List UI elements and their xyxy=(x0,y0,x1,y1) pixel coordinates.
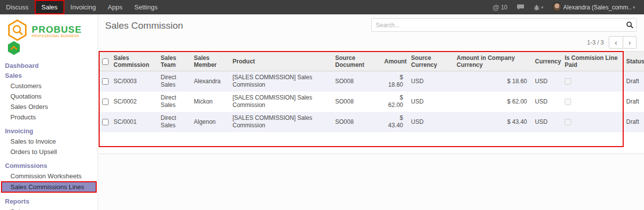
cell-status: Draft xyxy=(622,112,644,132)
user-menu[interactable]: Alexandra (Sales_comm.. ▾ xyxy=(549,2,638,12)
table-row[interactable]: SC/0003 Direct Sales Alexandra [SALES CO… xyxy=(98,71,644,92)
commission-lines-table: Sales Commission Sales Team Sales Member… xyxy=(98,51,644,132)
cell-amount-company: $ 62.00 xyxy=(453,92,531,112)
pager-range: 1-3 / 3 xyxy=(587,39,604,46)
cell-status: Draft xyxy=(622,92,644,112)
pager: 1-3 / 3 ‹ › xyxy=(587,36,637,49)
cell-team: Direct Sales xyxy=(157,112,190,132)
sidebar-item-commission-worksheets[interactable]: Commission Worksheets xyxy=(0,171,98,181)
col-sales-team[interactable]: Sales Team xyxy=(157,52,190,71)
debug-menu-button[interactable]: ▾ xyxy=(530,4,547,10)
logo-text: PROBUSE PROFESSIONAL BUSINESS xyxy=(32,18,82,38)
top-navbar: Discuss Sales Invoicing Apps Settings @ … xyxy=(0,0,644,14)
menu-settings[interactable]: Settings xyxy=(128,0,164,14)
bug-icon xyxy=(533,4,540,10)
cell-source-currency: USD xyxy=(407,112,453,132)
cell-amount-company: $ 43.40 xyxy=(453,112,531,132)
col-source-document[interactable]: Source Document xyxy=(331,52,380,71)
cell-source-currency: USD xyxy=(407,71,453,92)
cell-amount: $ 62.00 xyxy=(380,92,407,112)
paid-checkbox xyxy=(565,78,571,85)
sidebar-section-sales[interactable]: Sales xyxy=(0,71,98,81)
cell-source-document: SO008 xyxy=(331,112,380,132)
cell-commission: SC/0002 xyxy=(110,92,157,112)
menu-sales[interactable]: Sales xyxy=(35,0,65,14)
user-avatar xyxy=(552,2,562,12)
pager-next-button[interactable]: › xyxy=(623,37,636,48)
col-sales-member[interactable]: Sales Member xyxy=(190,52,229,71)
col-sales-commission[interactable]: Sales Commission xyxy=(110,52,157,71)
search-input[interactable] xyxy=(372,22,623,29)
paid-checkbox xyxy=(565,119,571,125)
chat-bubble-icon xyxy=(517,4,525,10)
app-window: Discuss Sales Invoicing Apps Settings @ … xyxy=(0,0,644,210)
cell-member: Alexandra xyxy=(190,71,229,92)
cell-currency: USD xyxy=(531,71,561,92)
cell-product: [SALES COMMISSION] Sales Commission xyxy=(229,92,331,112)
mention-count: 10 xyxy=(501,4,507,11)
logo-title: PROBUSE xyxy=(32,25,82,34)
user-name: Alexandra (Sales_comm.. xyxy=(563,4,631,11)
at-icon: @ xyxy=(493,3,500,11)
col-status[interactable]: Status xyxy=(622,52,644,71)
sidebar-section-invoicing[interactable]: Invoicing xyxy=(0,126,98,136)
search-icon[interactable] xyxy=(623,21,636,29)
sidebar-item-sales-orders[interactable]: Sales Orders xyxy=(0,102,98,112)
page-title: Sales Commission xyxy=(105,20,183,31)
company-logo: PROBUSE PROFESSIONAL BUSINESS xyxy=(0,14,98,60)
sidebar-item-customers[interactable]: Customers xyxy=(0,81,98,91)
cell-source-document: SO008 xyxy=(331,92,380,112)
cell-commission: SC/0003 xyxy=(110,71,157,92)
chevron-down-icon: ▾ xyxy=(541,5,544,10)
cell-member: Algenon xyxy=(190,112,229,132)
cell-commission: SC/0001 xyxy=(110,112,157,132)
select-all-checkbox[interactable] xyxy=(102,58,109,65)
cell-source-currency: USD xyxy=(407,92,453,112)
sidebar: PROBUSE PROFESSIONAL BUSINESS Dashboard … xyxy=(0,14,98,210)
cell-team: Direct Sales xyxy=(157,71,190,92)
pager-previous-button[interactable]: ‹ xyxy=(609,37,623,48)
col-amount-company-currency[interactable]: Amount in Company Currency xyxy=(453,52,531,71)
sidebar-section-commissions[interactable]: Commissions xyxy=(0,161,98,171)
table-header-row: Sales Commission Sales Team Sales Member… xyxy=(98,52,644,71)
cell-currency: USD xyxy=(531,112,561,132)
sidebar-item-quotations[interactable]: Quotations xyxy=(0,91,98,102)
table-row[interactable]: SC/0002 Direct Sales Mickon [SALES COMMI… xyxy=(98,92,644,112)
col-amount[interactable]: Amount xyxy=(380,52,407,71)
sidebar-item-sales-commissions-lines[interactable]: Sales Commissions Lines xyxy=(1,181,97,193)
row-select-checkbox[interactable] xyxy=(102,99,109,105)
cell-source-document: SO008 xyxy=(331,71,380,92)
chevron-down-icon: ▾ xyxy=(633,5,635,10)
sidebar-item-orders-to-upsell[interactable]: Orders to Upsell xyxy=(0,147,98,157)
sidebar-item-reports-sales[interactable]: Sales xyxy=(0,207,98,210)
cell-team: Direct Sales xyxy=(157,92,190,112)
sidebar-section-reports[interactable]: Reports xyxy=(0,197,98,207)
menu-invoicing[interactable]: Invoicing xyxy=(64,0,102,14)
cell-product: [SALES COMMISSION] Sales Commission xyxy=(229,112,331,132)
cell-amount: $ 43.40 xyxy=(380,112,407,132)
menu-discuss[interactable]: Discuss xyxy=(0,0,35,14)
main-content: Sales Commission 1-3 / 3 ‹ › xyxy=(98,14,644,210)
col-is-commission-line-paid[interactable]: Is Commision Line Paid xyxy=(561,52,622,71)
cell-status: Draft xyxy=(622,71,644,92)
paid-checkbox xyxy=(565,99,571,105)
menu-apps[interactable]: Apps xyxy=(102,0,128,14)
table-empty-area xyxy=(98,132,644,154)
sidebar-item-dashboard[interactable]: Dashboard xyxy=(0,61,98,71)
col-currency[interactable]: Currency xyxy=(531,52,561,71)
row-select-checkbox[interactable] xyxy=(102,78,109,85)
sidebar-nav: Dashboard Sales Customers Quotations Sal… xyxy=(0,61,98,210)
logo-subtitle: PROFESSIONAL BUSINESS xyxy=(32,34,82,38)
mentions-button[interactable]: @ 10 xyxy=(490,3,511,11)
control-panel: Sales Commission 1-3 / 3 ‹ › xyxy=(98,14,644,51)
messages-button[interactable] xyxy=(514,4,527,10)
cell-amount-company: $ 18.60 xyxy=(453,71,531,92)
sidebar-item-sales-to-invoice[interactable]: Sales to Invoice xyxy=(0,136,98,147)
col-product[interactable]: Product xyxy=(229,52,331,71)
row-select-checkbox[interactable] xyxy=(102,119,109,125)
cell-amount: $ 18.60 xyxy=(380,71,407,92)
cell-currency: USD xyxy=(531,92,561,112)
table-row[interactable]: SC/0001 Direct Sales Algenon [SALES COMM… xyxy=(98,112,644,132)
col-source-currency[interactable]: Source Currency xyxy=(407,52,453,71)
sidebar-item-products[interactable]: Products xyxy=(0,112,98,122)
